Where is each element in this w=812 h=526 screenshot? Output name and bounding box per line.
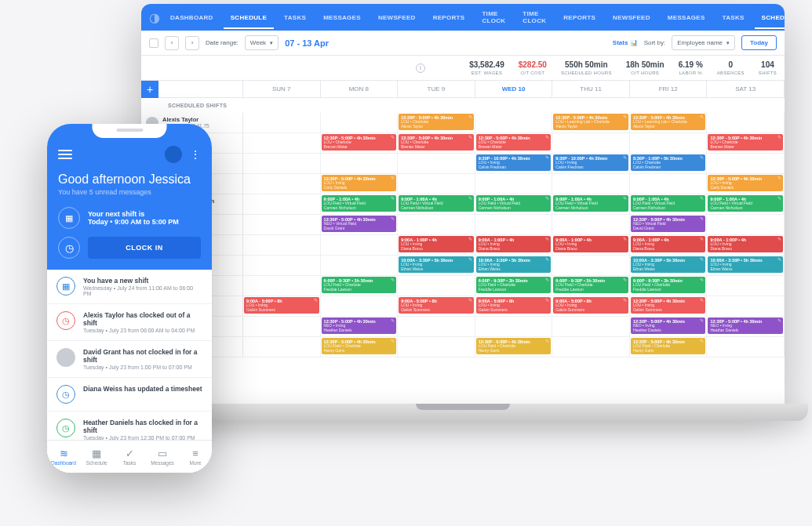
nav-newsfeed[interactable]: NEWSFEED — [371, 6, 423, 29]
shift-block[interactable]: ✎10:00A - 3:30P • 5h 30minLOU • IrvingEt… — [708, 256, 783, 273]
day-cell[interactable] — [243, 276, 321, 296]
today-button[interactable]: Today — [741, 35, 777, 50]
nav-time-clock[interactable]: TIME CLOCK — [515, 4, 553, 32]
shift-block[interactable]: ✎12:30P - 5:00P • 4h 30minNEO • Virtual … — [631, 216, 706, 232]
nav-messages[interactable]: MESSAGES — [316, 6, 368, 29]
nav-schedule[interactable]: SCHEDULE — [224, 6, 274, 29]
day-cell[interactable]: ✎6:00P - 9:30P • 3h 30minLOU Field • Cha… — [552, 276, 630, 296]
day-cell[interactable] — [707, 337, 785, 357]
shift-block[interactable]: ✎10:00A - 3:30P • 5h 30minLOU • IrvingEt… — [399, 256, 474, 273]
day-cell[interactable]: ✎8:30P - 1:00P • 5h 30minLOU • Charlotte… — [630, 154, 708, 173]
day-cell[interactable] — [398, 276, 475, 296]
shift-block[interactable]: ✎10:00A - 3:30P • 5h 30minLOU • IrvingEt… — [631, 256, 706, 273]
sort-dropdown[interactable]: Employee name — [672, 35, 735, 50]
day-cell[interactable] — [243, 235, 321, 255]
add-shift-button[interactable]: + — [141, 81, 158, 98]
day-cell[interactable] — [398, 215, 475, 234]
day-header[interactable]: THU 11 — [552, 81, 630, 97]
prev-week-button[interactable]: ‹ — [165, 36, 179, 50]
day-cell[interactable]: ✎10:00A - 3:30P • 5h 30minLOU • IrvingEt… — [630, 256, 708, 275]
nav-messages[interactable]: MESSAGES — [661, 6, 712, 29]
day-cell[interactable]: ✎12:30P - 5:00P • 4h 30minLOU • Charlott… — [398, 113, 475, 132]
day-cell[interactable]: ✎12:30P - 5:00P • 4h 30minLOU • IrvingCa… — [707, 174, 785, 194]
shift-block[interactable]: ✎9:30P - 10:00P • 4h 30minLOU • IrvingCa… — [476, 154, 552, 171]
day-cell[interactable]: ✎9:00A - 1:00P • 4hLOU • IrvingDiana Bra… — [707, 235, 785, 255]
day-cell[interactable] — [475, 174, 553, 194]
day-cell[interactable] — [321, 154, 399, 173]
day-cell[interactable]: ✎10:00A - 3:30P • 5h 30minLOU • IrvingEt… — [475, 256, 553, 275]
day-cell[interactable]: ✎12:30P - 5:00P • 4h 30minNEO • IrvingHe… — [321, 317, 399, 336]
clock-in-button[interactable]: CLOCK IN — [88, 237, 201, 259]
day-header[interactable]: SUN 7 — [243, 81, 321, 97]
day-cell[interactable]: ✎9:00A - 1:00P • 4hLOU • IrvingDiana Bra… — [630, 235, 708, 255]
shift-block[interactable]: ✎12:30P - 5:00P • 4h 30minLOU • Charlott… — [399, 114, 474, 130]
shift-block[interactable]: ✎9:00A - 5:00P • 8hLOU • IrvingGalvin Su… — [244, 297, 319, 314]
tab-more[interactable]: ≡More — [179, 441, 212, 473]
day-cell[interactable] — [552, 256, 630, 275]
tab-dashboard[interactable]: ≋Dashboard — [47, 441, 80, 473]
shift-block[interactable]: ✎9:00A - 1:00P • 4hLOU • IrvingDiana Bra… — [631, 236, 706, 252]
day-cell[interactable] — [707, 154, 785, 173]
day-cell[interactable] — [398, 317, 475, 336]
day-cell[interactable] — [321, 296, 399, 316]
day-cell[interactable]: ✎9:00P - 1:00A • 4hLOU Field • Virtual F… — [630, 194, 708, 214]
nav-newsfeed[interactable]: NEWSFEED — [606, 6, 657, 29]
day-cell[interactable]: ✎12:30P - 5:00P • 4h 30minLOU Field • Ch… — [321, 337, 399, 357]
day-cell[interactable]: ✎9:00A - 5:00P • 8hLOU • IrvingGalvin Su… — [552, 296, 630, 316]
day-cell[interactable]: ✎12:30P - 5:00P • 4h 30minLOU • Charlott… — [475, 133, 553, 153]
day-cell[interactable]: ✎9:00P - 1:00A • 4hLOU Field • Virtual F… — [552, 194, 630, 214]
day-header[interactable]: MON 8 — [321, 81, 399, 97]
day-cell[interactable] — [243, 337, 321, 357]
shift-block[interactable]: ✎12:30P - 5:00P • 4h 30minNEO • Virtual … — [322, 216, 397, 232]
day-cell[interactable]: ✎6:00P - 9:30P • 3h 30minLOU Field • Cha… — [630, 276, 708, 296]
day-cell[interactable] — [475, 215, 553, 234]
tab-tasks[interactable]: ✓Tasks — [113, 441, 146, 473]
shift-block[interactable]: ✎6:00P - 9:30P • 3h 30minLOU Field • Cha… — [476, 277, 552, 293]
shift-block[interactable]: ✎9:00P - 1:00A • 4hLOU Field • Virtual F… — [553, 195, 628, 212]
shift-block[interactable]: ✎12:30P - 5:00P • 4h 30minNEO • IrvingHe… — [631, 317, 706, 334]
day-cell[interactable] — [398, 337, 475, 357]
day-cell[interactable] — [552, 317, 630, 336]
day-cell[interactable] — [707, 113, 785, 132]
feed-item[interactable]: ▦You have a new shiftWednesday • July 24… — [47, 270, 212, 304]
day-cell[interactable]: ✎9:00P - 1:00A • 4hLOU Field • Virtual F… — [475, 194, 553, 214]
next-week-button[interactable]: › — [185, 36, 199, 50]
day-cell[interactable]: ✎12:30P - 5:00P • 4h 30minLOU • IrvingCa… — [321, 174, 399, 194]
day-cell[interactable] — [243, 113, 321, 132]
day-cell[interactable] — [398, 154, 475, 173]
day-cell[interactable]: ✎9:00P - 1:00A • 4hLOU Field • Virtual F… — [398, 194, 475, 214]
shift-block[interactable]: ✎12:30P - 5:00P • 4h 30minLOU • Learning… — [553, 114, 628, 130]
day-cell[interactable]: ✎9:00A - 5:00P • 8hLOU • IrvingGalvin Su… — [243, 296, 321, 316]
day-cell[interactable] — [243, 174, 321, 194]
more-icon[interactable]: ⋮ — [190, 148, 201, 161]
shift-block[interactable]: ✎12:30P - 5:00P • 4h 30minLOU Field • Ch… — [476, 338, 552, 354]
shift-block[interactable]: ✎12:30P - 5:00P • 4h 30minNEO • IrvingHe… — [708, 317, 783, 334]
shift-block[interactable]: ✎9:00A - 5:00P • 8hLOU • IrvingGalvin Su… — [476, 297, 552, 314]
shift-block[interactable]: ✎9:00P - 1:00A • 4hLOU Field • Virtual F… — [476, 195, 552, 212]
shift-block[interactable]: ✎12:30P - 5:00P • 4h 30minLOU Field • Ch… — [322, 338, 397, 354]
nav-reports[interactable]: REPORTS — [426, 6, 472, 29]
day-header[interactable]: TUE 9 — [398, 81, 475, 97]
shift-block[interactable]: ✎12:30P - 5:00P • 4h 30minLOU • Charlott… — [399, 134, 474, 151]
day-cell[interactable] — [475, 317, 553, 336]
day-cell[interactable]: ✎12:30P - 5:00P • 4h 30minNEO • IrvingHe… — [707, 317, 785, 336]
feed-item[interactable]: ◷Diana Weiss has updated a timesheet — [47, 378, 212, 412]
day-cell[interactable] — [321, 256, 399, 275]
day-cell[interactable]: ✎12:30P - 5:00P • 4h 30minLOU • Charlott… — [398, 133, 475, 153]
feed-item[interactable]: ◷Alexis Taylor has clocked out of a shif… — [47, 304, 212, 341]
shift-block[interactable]: ✎9:00P - 1:00A • 4hLOU Field • Virtual F… — [708, 195, 783, 212]
stats-toggle[interactable]: Stats 📊 — [613, 39, 638, 46]
day-cell[interactable]: ✎12:30P - 5:00P • 4h 30minNEO • Virtual … — [321, 215, 399, 234]
day-cell[interactable] — [552, 133, 630, 153]
day-cell[interactable] — [630, 174, 708, 194]
day-cell[interactable] — [552, 215, 630, 234]
shift-block[interactable]: ✎9:00A - 1:00P • 4hLOU • IrvingDiana Bra… — [553, 236, 628, 252]
day-cell[interactable]: ✎9:00A - 1:00P • 4hLOU • IrvingDiana Bra… — [475, 235, 553, 255]
nav-reports[interactable]: REPORTS — [556, 6, 603, 29]
shift-block[interactable]: ✎12:30P - 5:00P • 4h 30minLOU • Charlott… — [322, 134, 397, 151]
menu-icon[interactable] — [58, 150, 72, 159]
day-cell[interactable]: ✎10:00A - 3:30P • 5h 30minLOU • IrvingEt… — [707, 256, 785, 275]
shift-block[interactable]: ✎9:00A - 1:00P • 4hLOU • IrvingDiana Bra… — [708, 236, 783, 252]
day-cell[interactable]: ✎12:30P - 5:00P • 4h 30minNEO • Virtual … — [630, 215, 708, 234]
day-cell[interactable]: ✎9:00A - 1:00P • 4hLOU • IrvingDiana Bra… — [552, 235, 630, 255]
